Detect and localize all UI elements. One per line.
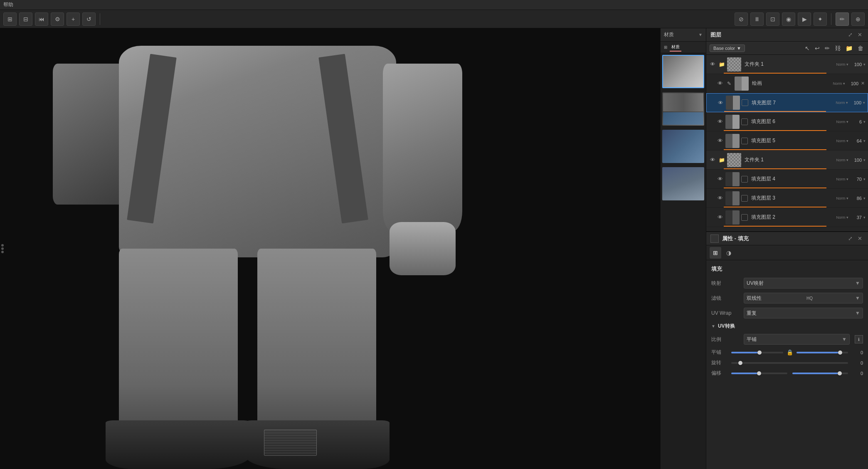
main-toolbar: ⊞ ⊟ ⏮ ⚙ + ↺ ⊘ ⏸ ⊡ ◉ ▶ ✦ ✏ ⊕ xyxy=(0,10,868,28)
mapping-label: 映射 xyxy=(711,280,740,287)
ratio-label: 比例 xyxy=(711,336,740,343)
offset-thumb-left[interactable] xyxy=(757,371,761,375)
layer-eye-fill5-icon[interactable]: 👁 xyxy=(716,137,724,145)
pause-icon[interactable]: ⏸ xyxy=(750,12,764,26)
layer-eye-fill3-icon[interactable]: 👁 xyxy=(716,195,724,202)
mapping-select[interactable]: UV映射 ▼ xyxy=(744,278,863,289)
layer-type-square-fill3 xyxy=(741,195,748,202)
offset-slider-right[interactable] xyxy=(792,373,848,374)
props-close-icon[interactable]: ✕ xyxy=(856,234,864,242)
texture-thumb-4[interactable] xyxy=(662,167,704,200)
layer-mode-more: Norm ▾ xyxy=(853,231,865,232)
filter-select[interactable]: 双线性 HQ ▼ xyxy=(744,293,863,304)
offset-label: 偏移 xyxy=(711,370,728,377)
filter-arrow-icon: ▼ xyxy=(855,295,860,301)
layer-item-folder1[interactable]: 👁 📁 文件夹 1 Norm ▾ 100 ▾ xyxy=(706,55,868,74)
add-layer-icon[interactable]: + xyxy=(67,12,80,26)
offset-thumb-right[interactable] xyxy=(838,371,842,375)
props-resize-icon[interactable]: ⤢ xyxy=(846,234,854,242)
layer-eye-icon[interactable]: 👁 xyxy=(709,61,716,68)
flat-slider-thumb[interactable] xyxy=(757,351,762,355)
camera3d-icon[interactable]: ◉ xyxy=(782,12,795,26)
layer-eye-fill6-icon[interactable]: 👁 xyxy=(716,118,724,126)
ratio-info-icon[interactable]: ℹ xyxy=(855,335,863,343)
rotation-slider-track[interactable] xyxy=(731,362,848,364)
rotation-slider-thumb[interactable] xyxy=(738,361,742,365)
layer-item-fill3[interactable]: 👁 填充图层 3 Norm ▾ 86 ▾ xyxy=(706,189,868,208)
middle-panel: 材质 ▼ ⊞ 材质 xyxy=(660,28,706,469)
layer-close-paint-icon[interactable]: ✕ xyxy=(860,80,866,87)
ratio-select[interactable]: 平铺 ▼ xyxy=(744,334,850,345)
close-panel-icon[interactable]: ✕ xyxy=(856,31,864,39)
layer-eye-fill2-icon[interactable]: 👁 xyxy=(716,214,724,221)
toolbar-separator-2 xyxy=(831,13,831,25)
layer-item-fill4[interactable]: 👁 填充图层 4 Norm ▾ 70 ▾ xyxy=(706,170,868,189)
capture-icon[interactable]: ⊕ xyxy=(851,12,865,26)
settings-icon[interactable]: ⚙ xyxy=(51,12,64,26)
lock-icon[interactable]: 🔒 xyxy=(787,349,793,355)
texture-thumb-3[interactable] xyxy=(662,130,704,163)
main-content: 材质 ▼ ⊞ 材质 图层 ⤢ ✕ xyxy=(0,28,868,469)
layer-orange-bar-fill5 xyxy=(724,149,826,150)
refresh-icon[interactable]: ↺ xyxy=(82,12,96,26)
layer-thumbnail-fill7 xyxy=(726,96,740,110)
flat-slider-track-right[interactable] xyxy=(796,352,848,353)
layer-name-fill6: 填充图层 6 xyxy=(751,118,835,125)
skip-back-icon[interactable]: ⏮ xyxy=(35,12,48,26)
edge-dot xyxy=(1,247,4,250)
video-icon[interactable]: ▶ xyxy=(798,12,811,26)
layer-thumbnail-fill3 xyxy=(725,191,740,205)
layer-opacity-folder2: 100 xyxy=(851,158,862,163)
layer-type-square-fill5 xyxy=(741,138,748,144)
uv-section-header[interactable]: ▼ UV转换 xyxy=(711,323,863,330)
light-icon[interactable]: ✦ xyxy=(814,12,827,26)
uvwrap-select[interactable]: 重复 ▼ xyxy=(744,308,863,318)
layer-tool-chain-icon[interactable]: ⛓ xyxy=(833,44,842,53)
layer-item-fill6[interactable]: 👁 填充图层 6 Norm ▾ 6 ▾ xyxy=(706,112,868,131)
base-color-label: Base color xyxy=(713,46,735,51)
grid-icon[interactable]: ⊞ xyxy=(3,12,17,26)
layer-eye-fill7-icon[interactable]: 👁 xyxy=(717,99,724,106)
layer-item-paint[interactable]: 👁 ✎ 绘画 Norm ▾ 100 ✕ xyxy=(706,74,868,93)
viewport-image xyxy=(0,28,660,469)
layer-opacity-fill3: 86 xyxy=(851,196,862,201)
flat-slider-thumb-right[interactable] xyxy=(838,351,842,355)
offset-slider-left[interactable] xyxy=(731,373,787,374)
flat-slider-track[interactable] xyxy=(731,352,783,353)
layer-name-fill7: 填充图层 7 xyxy=(752,99,834,106)
fill-section-title: 填充 xyxy=(711,265,863,273)
layer-name-folder2: 文件夹 1 xyxy=(745,156,835,163)
layer-item-fill2[interactable]: 👁 填充图层 2 Norm ▾ 37 ▾ xyxy=(706,208,868,227)
menu-help[interactable]: 帮助 xyxy=(3,1,13,8)
tab-texture-icon[interactable]: ◑ xyxy=(723,247,735,259)
layer-mode-folder2: Norm ▾ xyxy=(836,158,849,162)
texture-thumb-1[interactable] xyxy=(662,55,704,88)
material-dropdown[interactable]: 材质 ▼ xyxy=(661,28,706,42)
mesh-icon[interactable]: ⊡ xyxy=(766,12,779,26)
tab-material[interactable]: 材质 xyxy=(670,43,681,52)
mapping-arrow-icon: ▼ xyxy=(855,280,860,286)
base-color-dropdown[interactable]: Base color ▼ xyxy=(710,44,745,52)
layer-item-fill7[interactable]: 👁 填充图层 7 Norm ▾ 100 ▾ xyxy=(706,93,868,112)
layer-item-fill5[interactable]: 👁 填充图层 5 Norm ▾ 64 ▾ xyxy=(706,131,868,151)
texture-thumb-2[interactable] xyxy=(662,92,704,126)
tab-grid-icon[interactable]: ⊞ xyxy=(662,44,669,50)
layer-eye-folder2-icon[interactable]: 👁 xyxy=(709,156,716,164)
layer-item-folder2[interactable]: 👁 📁 文件夹 1 Norm ▾ 100 ▾ xyxy=(706,151,868,170)
layer-mode-fill4: Norm ▾ xyxy=(836,177,849,181)
layer-tool-folder-icon[interactable]: 📁 xyxy=(844,44,854,53)
layer-tool-edit-icon[interactable]: ✏ xyxy=(824,44,831,53)
pen-active-icon[interactable]: ✏ xyxy=(836,12,849,26)
layer-tool-trash-icon[interactable]: 🗑 xyxy=(856,44,865,53)
tab-fill-icon[interactable]: ⊞ xyxy=(710,247,721,259)
viewport-background xyxy=(0,28,660,469)
resize-icon[interactable]: ⤢ xyxy=(846,31,854,39)
properties-header: 属性 - 填充 ⤢ ✕ xyxy=(706,232,868,245)
layer-eye-paint-icon[interactable]: 👁 xyxy=(716,80,724,87)
layer-tool-cursor-icon[interactable]: ↖ xyxy=(804,44,811,53)
layer-tool-undo-icon[interactable]: ↩ xyxy=(814,44,821,53)
grid-small-icon[interactable]: ⊟ xyxy=(19,12,32,26)
layer-mode-fill7: Norm ▾ xyxy=(836,101,848,105)
hide-icon[interactable]: ⊘ xyxy=(735,12,748,26)
layer-eye-fill4-icon[interactable]: 👁 xyxy=(716,175,724,183)
